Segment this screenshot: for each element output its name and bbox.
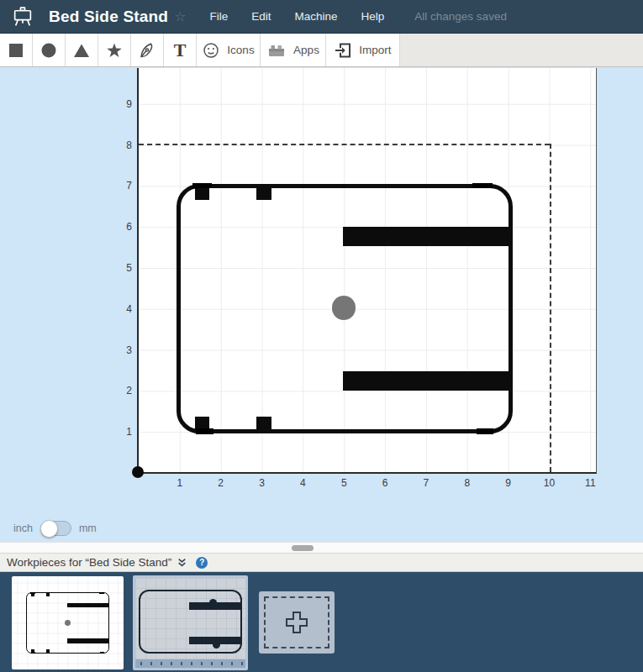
main-menu: FileEditMachineHelp <box>210 10 385 23</box>
x-tick-label: 11 <box>582 477 598 489</box>
unit-toggle: inch mm <box>13 521 97 536</box>
menu-item-file[interactable]: File <box>210 10 229 23</box>
help-icon[interactable]: ? <box>196 557 208 569</box>
edge-tab-mark[interactable] <box>477 428 493 434</box>
x-tick-label: 10 <box>541 477 558 489</box>
edge-tab-mark[interactable] <box>196 428 213 434</box>
tab-square <box>46 593 50 596</box>
edge-tab-mark <box>30 592 35 594</box>
x-tick-label: 5 <box>335 477 352 489</box>
y-tick-label: 3 <box>110 344 132 356</box>
import-icon <box>334 41 352 60</box>
center-hole[interactable] <box>332 296 356 319</box>
menu-item-edit[interactable]: Edit <box>251 10 271 23</box>
x-tick-label: 1 <box>171 477 188 489</box>
shape-toolbar: TIconsAppsImport <box>0 34 643 67</box>
easel-logo-icon[interactable] <box>8 5 37 29</box>
app-window: Bed Side Stand ☆ FileEditMachineHelp All… <box>0 0 643 672</box>
tool-pen-button[interactable] <box>131 34 164 66</box>
pocket-bar[interactable] <box>343 227 511 246</box>
y-tick-label: 6 <box>110 221 132 233</box>
preview-ruler <box>135 659 245 668</box>
center-hole <box>65 620 71 626</box>
tool-apps-button[interactable]: Apps <box>261 34 326 66</box>
circle-icon <box>40 41 58 60</box>
pocket-bar[interactable] <box>343 371 511 391</box>
x-tick-label: 7 <box>418 477 435 489</box>
tool-label-import: Import <box>359 44 391 56</box>
menu-item-help[interactable]: Help <box>361 10 385 23</box>
y-tick-label: 7 <box>110 180 132 192</box>
edge-tab-mark <box>31 652 35 654</box>
x-tick-label: 9 <box>500 477 517 489</box>
workpieces-title: Workpieces for “Bed Side Stand” <box>7 556 171 569</box>
smiley-icon <box>202 41 220 60</box>
tool-square-button[interactable] <box>0 34 33 66</box>
x-tick-label: 6 <box>377 477 393 489</box>
x-tick-label: 8 <box>459 477 476 489</box>
y-tick-label: 5 <box>110 262 132 274</box>
tool-triangle-button[interactable] <box>66 34 98 66</box>
tab-square[interactable] <box>256 186 271 200</box>
workpieces-header: Workpieces for “Bed Side Stand” ? <box>0 553 643 572</box>
divider-drag-handle[interactable] <box>292 545 314 551</box>
preview-tab-dot <box>213 641 220 648</box>
y-tick-label: 8 <box>110 139 132 151</box>
add-workpiece-button[interactable] <box>259 591 335 654</box>
preview-tab-dot <box>209 599 217 606</box>
machine-preview <box>135 578 245 668</box>
save-status: All changes saved <box>414 10 507 23</box>
workpiece-thumbnail-machine[interactable] <box>133 575 248 670</box>
text-icon: T <box>174 41 187 60</box>
edge-tab-mark <box>99 592 104 594</box>
y-tick-label: 2 <box>110 385 132 396</box>
thumbnail-design-layer <box>12 576 124 669</box>
grid-area[interactable] <box>137 68 597 474</box>
tool-label-apps: Apps <box>293 44 319 56</box>
pocket-bar <box>67 638 108 643</box>
origin-dot[interactable] <box>132 466 144 478</box>
collapse-chevron-icon[interactable] <box>177 557 187 568</box>
project-title: Bed Side Stand <box>49 8 168 26</box>
panel-divider <box>0 542 643 553</box>
tool-label-icons: Icons <box>227 44 254 56</box>
design-layer <box>139 68 596 472</box>
tool-circle-button[interactable] <box>33 34 66 66</box>
edge-tab-mark <box>100 652 104 654</box>
design-canvas: 1234567891011123456789 inch mm <box>0 67 643 542</box>
tab-square[interactable] <box>256 417 271 431</box>
edge-tab-mark[interactable] <box>472 183 493 189</box>
y-tick-label: 1 <box>110 426 132 438</box>
tool-import-button[interactable]: Import <box>326 34 400 66</box>
star-icon <box>105 41 124 60</box>
y-tick-label: 9 <box>110 98 132 110</box>
material-boundary-v[interactable] <box>550 144 551 472</box>
tool-smiley-button[interactable]: Icons <box>197 34 261 66</box>
workpieces-tray <box>0 572 643 672</box>
apps-icon <box>266 41 287 60</box>
workpiece-thumbnail-design[interactable] <box>12 576 124 669</box>
pocket-bar <box>67 603 108 608</box>
y-tick-label: 4 <box>110 303 132 315</box>
tab-square <box>46 649 50 653</box>
mm-label: mm <box>79 522 97 534</box>
app-header: Bed Side Stand ☆ FileEditMachineHelp All… <box>0 0 643 34</box>
add-dashed-border <box>264 596 329 648</box>
x-tick-label: 4 <box>294 477 311 489</box>
x-tick-label: 2 <box>213 477 229 489</box>
tool-text-button[interactable]: T <box>164 34 197 66</box>
menu-item-machine[interactable]: Machine <box>295 10 338 23</box>
unit-switch[interactable] <box>40 521 71 536</box>
square-icon <box>7 41 25 60</box>
x-tick-label: 3 <box>254 477 271 489</box>
tool-star-button[interactable] <box>98 34 131 66</box>
triangle-icon <box>72 41 91 60</box>
pen-icon <box>138 41 156 60</box>
material-boundary-h[interactable] <box>139 144 550 145</box>
switch-knob[interactable] <box>40 520 58 538</box>
inch-label: inch <box>13 522 33 534</box>
edge-tab-mark[interactable] <box>192 183 212 189</box>
favorite-star-icon[interactable]: ☆ <box>174 8 186 24</box>
